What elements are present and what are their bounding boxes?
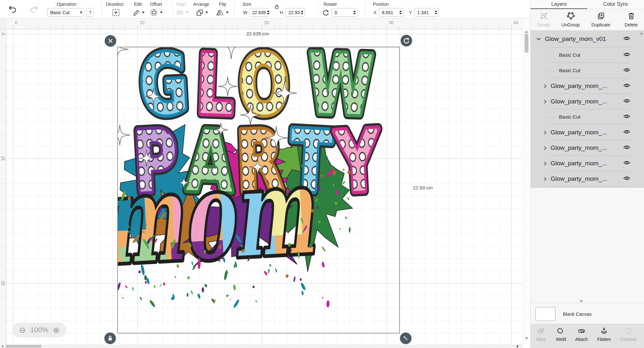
layer-row[interactable]: momBasic Cut [531,109,644,125]
delete-selection-handle[interactable] [105,35,116,47]
slice-button[interactable]: Slice [531,327,551,342]
weld-icon [557,327,565,335]
group-button[interactable]: Group [531,12,556,27]
arrange-button[interactable] [195,8,204,17]
divider [365,2,366,16]
layer-visibility-button[interactable] [623,129,630,136]
expand-collapse-toggle[interactable] [542,161,549,166]
canvas-horizontal-scrollbar[interactable] [0,344,523,348]
contour-button[interactable]: Contour [618,327,639,342]
expand-collapse-toggle[interactable] [535,36,542,42]
undo-button[interactable] [7,4,18,14]
position-label: Position [373,2,389,7]
rotate-input[interactable]: 0 [332,8,357,17]
position-y-stepper[interactable] [435,10,437,15]
operation-help-button[interactable]: ? [86,8,94,17]
layer-visibility-button[interactable] [623,98,630,105]
rotate-stepper[interactable] [353,10,356,15]
canvas-vertical-scrollbar[interactable] [523,18,530,344]
layer-visibility-button[interactable] [623,35,630,43]
layer-row[interactable]: Glow_party_mom_... [531,94,644,109]
flip-caret-icon[interactable] [226,12,229,14]
zoom-in-icon[interactable]: ⊕ [53,326,60,334]
operation-select[interactable]: Basic Cut [47,8,84,17]
visibility-eye-icon [623,129,630,135]
ruler-tick [5,259,6,259]
attach-button[interactable]: Attach [571,327,592,342]
weld-button[interactable]: Weld [551,327,571,342]
tab-color-sync[interactable]: Color Sync [587,0,644,9]
duplicate-button[interactable]: Duplicate [588,12,614,27]
duplicate-label: Duplicate [588,22,614,27]
layer-row[interactable]: Glow_party_mom_... [531,78,644,94]
ungroup-button[interactable]: UnGroup [558,12,583,27]
align-button[interactable] [176,8,185,17]
edit-caret-icon[interactable] [142,12,145,14]
expand-collapse-toggle[interactable] [542,146,549,150]
scroll-up-icon[interactable] [525,31,528,33]
expand-collapse-toggle[interactable] [542,84,549,89]
deselect-button[interactable] [111,8,121,17]
ruler-number: 40 [513,20,518,25]
app: { "toolbar": { "operation": { "label": "… [0,0,644,348]
expand-collapse-toggle[interactable] [542,177,549,181]
layer-visibility-button[interactable] [623,52,630,59]
scroll-right-icon[interactable] [517,345,519,348]
layer-row[interactable]: Glow_party_mom_... [531,140,644,156]
position-y-label: Y [409,10,412,15]
position-x-input[interactable]: 8.651 [379,8,403,17]
arrange-caret-icon[interactable] [205,12,208,14]
layer-row[interactable]: Glow_party_mom_... [531,125,644,140]
redo-button[interactable] [28,4,39,14]
layer-row-root[interactable]: Glow_party_mom_v01 [531,31,644,47]
vertical-scroll-thumb[interactable] [525,34,528,53]
size-lock-button[interactable] [273,3,280,10]
layer-visibility-button[interactable] [623,67,630,74]
layer-visibility-button[interactable] [623,160,630,167]
panel-scroll-down-icon[interactable] [580,300,583,303]
blank-canvas-row[interactable]: Blank Canvas [531,303,644,324]
size-h-stepper[interactable] [301,10,303,15]
flip-button[interactable] [215,8,225,17]
flatten-button[interactable]: Flatten [594,327,614,342]
ungroup-label: UnGroup [558,22,583,27]
panel-scroll-up-icon[interactable] [640,32,643,34]
divider [173,2,173,16]
size-w-stepper[interactable] [267,10,270,15]
ruler-tick [5,97,6,97]
offset-caret-icon[interactable] [160,12,163,14]
horizontal-scroll-thumb[interactable] [6,345,41,348]
position-x-stepper[interactable] [399,10,402,15]
expand-collapse-toggle[interactable] [542,99,549,104]
position-y-input[interactable]: 1.341 [414,8,439,17]
zoom-out-icon[interactable]: ⊖ [19,326,26,334]
rotate-button[interactable] [321,8,330,17]
size-w-value: 22.635 [252,10,266,15]
delete-button[interactable]: Delete [618,12,644,27]
layer-thumbnail: GLOW [545,69,554,72]
layer-visibility-button[interactable] [623,113,630,121]
edit-button[interactable] [131,8,141,17]
layer-row[interactable]: Glow_party_mom_... [531,171,644,187]
scroll-down-icon[interactable] [525,337,528,340]
expand-collapse-toggle[interactable] [542,130,549,135]
selection-bounding-box[interactable] [117,47,400,334]
ruler-corner [0,18,6,29]
layer-row[interactable]: Basic Cut [531,47,644,63]
offset-button[interactable] [149,8,159,17]
ruler-tick [5,246,6,247]
layer-row[interactable]: Glow_party_mom_... [531,156,644,171]
ruler-tick [275,27,275,29]
layer-visibility-button[interactable] [623,144,630,152]
resize-selection-handle[interactable] [400,333,412,344]
scroll-left-icon[interactable] [1,345,3,348]
tab-layers[interactable]: Layers [531,0,587,9]
rotate-selection-handle[interactable] [401,35,412,46]
layer-visibility-button[interactable] [623,82,630,90]
size-h-input[interactable]: 22.93 [286,8,305,17]
lock-selection-handle[interactable] [104,333,116,344]
layer-row[interactable]: GLOWBasic Cut [531,63,644,78]
size-w-input[interactable]: 22.635 [249,8,269,17]
blank-canvas-swatch[interactable] [535,307,555,321]
layer-visibility-button[interactable] [623,175,630,183]
